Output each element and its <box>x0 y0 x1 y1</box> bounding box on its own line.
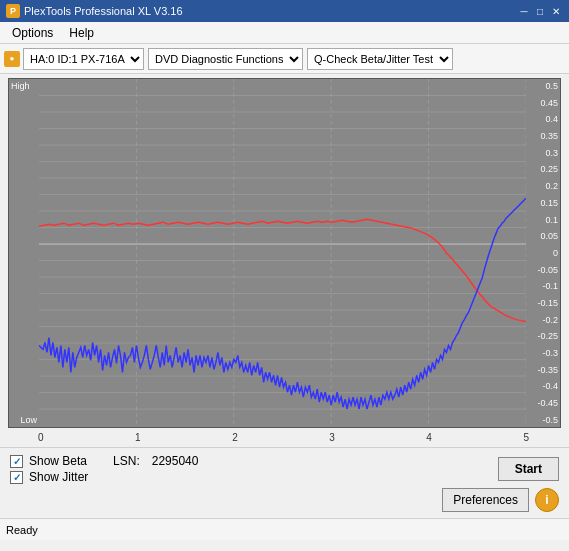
show-beta-row: Show Beta LSN: 2295040 <box>10 454 198 468</box>
drive-icon: ● <box>4 51 20 67</box>
y-label-high: High <box>11 81 30 91</box>
info-button[interactable]: i <box>535 488 559 512</box>
app-icon: P <box>6 4 20 18</box>
menu-options[interactable]: Options <box>4 24 61 42</box>
chart-area: High Low 0.5 0.45 0.4 0.35 0.3 0.25 0.2 … <box>8 78 561 428</box>
minimize-button[interactable]: ─ <box>517 4 531 18</box>
title-bar: P PlexTools Professional XL V3.16 ─ □ ✕ <box>0 0 569 22</box>
lsn-label: LSN: <box>113 454 140 468</box>
title-text: PlexTools Professional XL V3.16 <box>24 5 183 17</box>
close-button[interactable]: ✕ <box>549 4 563 18</box>
x-axis: 0 1 2 3 4 5 <box>4 432 531 443</box>
show-jitter-label: Show Jitter <box>29 470 88 484</box>
start-button[interactable]: Start <box>498 457 559 481</box>
preferences-button[interactable]: Preferences <box>442 488 529 512</box>
lsn-value: 2295040 <box>152 454 199 468</box>
y-label-low: Low <box>20 415 37 425</box>
beta-line <box>39 219 526 321</box>
y-axis-right: 0.5 0.45 0.4 0.35 0.3 0.25 0.2 0.15 0.1 … <box>526 79 560 427</box>
show-beta-checkbox[interactable] <box>10 455 23 468</box>
jitter-line <box>39 198 526 409</box>
menu-help[interactable]: Help <box>61 24 102 42</box>
function-select[interactable]: DVD Diagnostic Functions <box>148 48 303 70</box>
status-bar: Ready <box>0 518 569 540</box>
toolbar: ● HA:0 ID:1 PX-716A DVD Diagnostic Funct… <box>0 44 569 74</box>
show-jitter-row: Show Jitter <box>10 470 198 484</box>
bottom-panel: Show Beta LSN: 2295040 Show Jitter Start… <box>0 447 569 518</box>
chart-canvas <box>39 79 526 427</box>
drive-select[interactable]: HA:0 ID:1 PX-716A <box>23 48 144 70</box>
test-select[interactable]: Q-Check Beta/Jitter Test <box>307 48 453 70</box>
show-jitter-checkbox[interactable] <box>10 471 23 484</box>
menu-bar: Options Help <box>0 22 569 44</box>
maximize-button[interactable]: □ <box>533 4 547 18</box>
status-text: Ready <box>6 524 38 536</box>
show-beta-label: Show Beta <box>29 454 87 468</box>
